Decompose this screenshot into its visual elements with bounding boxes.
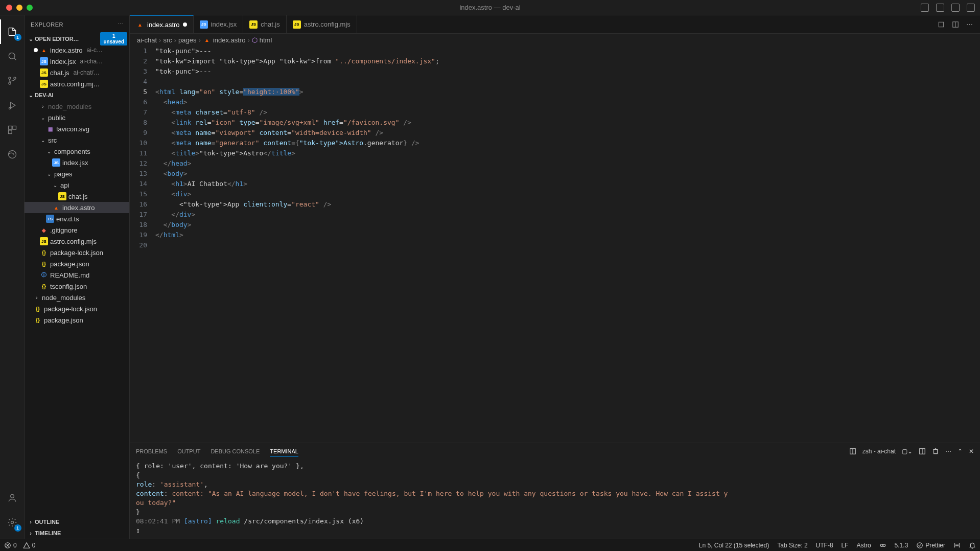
breadcrumb[interactable]: ai-chat›src›pages›▲index.astro›⬡html	[130, 34, 980, 46]
split-editor-icon[interactable]	[952, 21, 959, 28]
breadcrumb-segment[interactable]: src	[163, 36, 172, 44]
terminal-output[interactable]: { role: 'user', content: 'How are you?' …	[130, 460, 980, 539]
editor-tab[interactable]: ▲index.astro	[130, 15, 194, 33]
jsx-icon: JS	[200, 20, 208, 29]
status-encoding[interactable]: UTF-8	[816, 542, 833, 549]
tree-folder[interactable]: ⌄src	[25, 134, 129, 146]
toggle-panel-right-icon[interactable]	[951, 4, 960, 12]
tree-file[interactable]: ▦favicon.svg	[25, 123, 129, 134]
chevron-icon: ⌄	[52, 182, 58, 188]
tree-file[interactable]: ⓘREADME.md	[25, 269, 129, 281]
split-terminal-icon-2[interactable]	[919, 448, 926, 455]
activity-source-control[interactable]	[0, 68, 25, 93]
toggle-panel-bottom-icon[interactable]	[936, 4, 944, 12]
editor-tab[interactable]: JSastro.config.mjs	[287, 15, 357, 33]
tree-file[interactable]: JSastro.config.mjs	[25, 236, 129, 247]
activity-settings[interactable]: 1	[0, 510, 25, 535]
minimize-window[interactable]	[16, 5, 22, 11]
close-panel-icon[interactable]: ✕	[969, 448, 974, 455]
tree-label: package-lock.json	[50, 249, 103, 257]
status-copilot[interactable]	[879, 542, 886, 549]
ts-icon: TS	[46, 215, 54, 223]
panel-tab[interactable]: PROBLEMS	[136, 446, 167, 456]
tree-file[interactable]: {}package.json	[25, 258, 129, 269]
panel-tab[interactable]: DEBUG CONSOLE	[211, 446, 260, 456]
activity-extensions[interactable]	[0, 118, 25, 142]
tree-folder[interactable]: ›node_modules	[25, 292, 129, 303]
section-outline[interactable]: › OUTLINE	[25, 516, 129, 527]
activity-edge[interactable]	[0, 142, 25, 167]
maximize-window[interactable]	[27, 5, 33, 11]
tree-folder[interactable]: ⌄components	[25, 146, 129, 157]
open-editor-item[interactable]: JSastro.config.mj…	[25, 78, 129, 89]
tree-file[interactable]: {}package.json	[25, 314, 129, 326]
status-errors[interactable]: 0	[4, 542, 17, 549]
tree-file[interactable]: ▲index.astro	[25, 202, 129, 213]
activity-explorer[interactable]: 1	[0, 19, 25, 44]
status-tabsize[interactable]: Tab Size: 2	[777, 542, 807, 549]
tab-label: index.astro	[147, 21, 180, 29]
status-bell[interactable]	[969, 542, 976, 549]
svg-rect-7	[8, 130, 12, 134]
open-editor-item[interactable]: JSchat.jsai-chat/…	[25, 67, 129, 78]
status-warnings[interactable]: 0	[23, 542, 36, 549]
tree-folder[interactable]: ⌄api	[25, 179, 129, 191]
activity-run-debug[interactable]	[0, 93, 25, 118]
editor-tab[interactable]: JSindex.jsx	[194, 15, 244, 33]
titlebar: index.astro — dev-ai	[0, 0, 980, 15]
run-icon[interactable]	[938, 21, 945, 28]
tree-file[interactable]: {}package-lock.json	[25, 247, 129, 258]
tree-folder[interactable]: ⌄pages	[25, 168, 129, 179]
tree-file[interactable]: JSindex.jsx	[25, 157, 129, 168]
status-selection[interactable]: Ln 5, Col 22 (15 selected)	[699, 542, 769, 549]
breadcrumb-segment[interactable]: html	[260, 36, 272, 44]
symbol-icon: ⬡	[252, 36, 258, 44]
terminal-shell[interactable]: zsh - ai-chat	[862, 448, 896, 455]
tree-label: api	[60, 181, 69, 189]
tree-file[interactable]: {}tsconfig.json	[25, 281, 129, 292]
breadcrumb-segment[interactable]: pages	[178, 36, 196, 44]
code-content[interactable]: "tok-punc">---"tok-kw">import "tok-type"…	[155, 46, 980, 443]
open-editor-item[interactable]: JSindex.jsxai-cha…	[25, 56, 129, 67]
panel-tab[interactable]: OUTPUT	[177, 446, 200, 456]
git-icon: ◆	[40, 226, 48, 234]
activity-search[interactable]	[0, 44, 25, 68]
toggle-panel-left-icon[interactable]	[921, 4, 929, 12]
code-editor[interactable]: 1234567891011121314151617181920 "tok-pun…	[130, 46, 980, 443]
editor-tab[interactable]: JSchat.js	[243, 15, 287, 33]
maximize-panel-icon[interactable]: ⌃	[958, 448, 963, 455]
tab-label: astro.config.mjs	[304, 20, 351, 28]
tree-file[interactable]: {}package-lock.json	[25, 303, 129, 314]
status-eol[interactable]: LF	[842, 542, 849, 549]
editor-more-icon[interactable]: ⋯	[966, 20, 973, 28]
panel-tab[interactable]: TERMINAL	[270, 446, 298, 457]
open-editor-item[interactable]: ▲index.astroai-c…	[25, 44, 129, 56]
svg-point-18	[917, 542, 923, 548]
close-window[interactable]	[6, 5, 12, 11]
explorer-more-icon[interactable]: ⋯	[118, 21, 124, 28]
tree-file[interactable]: ◆.gitignore	[25, 224, 129, 236]
status-feedback[interactable]	[953, 542, 961, 549]
tree-folder[interactable]: ›node_modules	[25, 101, 129, 112]
breadcrumb-segment[interactable]: index.astro	[213, 36, 246, 44]
status-version[interactable]: 5.1.3	[895, 542, 908, 549]
customize-layout-icon[interactable]	[967, 4, 975, 12]
status-prettier[interactable]: Prettier	[916, 542, 945, 549]
terminal-profile-icon[interactable]	[849, 448, 856, 455]
tree-folder[interactable]: ⌄public	[25, 112, 129, 123]
svg-point-0	[9, 53, 15, 59]
panel-more-icon[interactable]: ⋯	[945, 448, 951, 455]
tree-label: package-lock.json	[44, 305, 97, 313]
split-terminal-icon[interactable]: ▢⌄	[902, 448, 913, 455]
extensions-icon	[7, 125, 17, 135]
kill-terminal-icon[interactable]	[932, 448, 939, 455]
section-timeline[interactable]: › TIMELINE	[25, 527, 129, 539]
tree-file[interactable]: TSenv.d.ts	[25, 213, 129, 224]
astro-icon: ▲	[136, 20, 144, 29]
section-open-editors[interactable]: ⌄ OPEN EDITOR… 1 unsaved	[25, 33, 129, 44]
breadcrumb-segment[interactable]: ai-chat	[137, 36, 157, 44]
activity-accounts[interactable]	[0, 486, 25, 510]
section-project[interactable]: ⌄ DEV-AI	[25, 89, 129, 101]
status-language[interactable]: Astro	[857, 542, 871, 549]
tree-file[interactable]: JSchat.js	[25, 191, 129, 202]
